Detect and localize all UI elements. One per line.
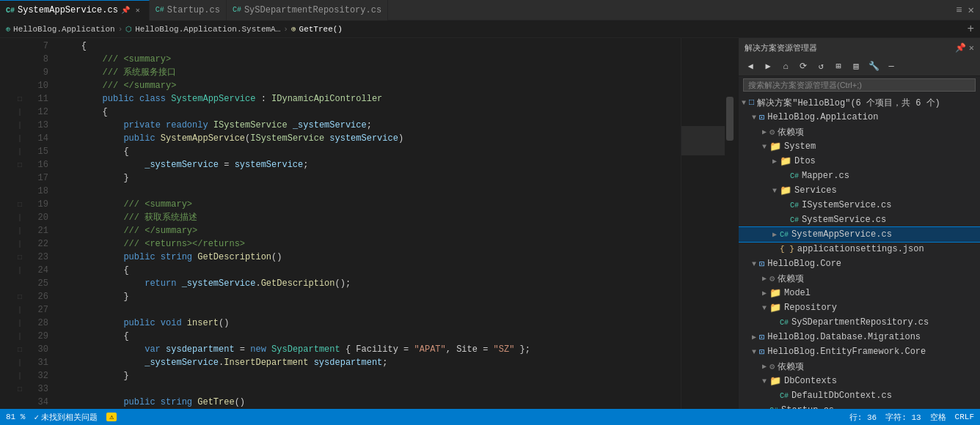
tab-cs-icon: C#	[6, 7, 15, 15]
tab-systemappservice[interactable]: C# SystemAppService.cs 📌 ✕	[0, 0, 150, 21]
tree-dbcontexts[interactable]: ▼ 📁 DbContexts	[739, 374, 980, 388]
hbef-label: HelloBlog.EntityFramework.Core	[767, 347, 926, 357]
systemservice-icon: C#	[790, 216, 799, 224]
se-home-btn[interactable]: ⌂	[778, 59, 793, 74]
tab-bar: C# SystemAppService.cs 📌 ✕ C# Startup.cs…	[0, 0, 980, 21]
fold-margin: □ | | | | □ □ | | | □ | □ | | | □ | | □ …	[15, 38, 25, 409]
bc-app-icon: ⊕	[6, 25, 10, 34]
tree-deps2[interactable]: ▶ ⚙ 依赖项	[739, 271, 980, 286]
se-refresh-btn[interactable]: ↺	[813, 59, 828, 74]
tab-startup[interactable]: C# Startup.cs	[150, 0, 227, 21]
tree-deps1[interactable]: ▶ ⚙ 依赖项	[739, 125, 980, 139]
bc-item2[interactable]: HelloBlog.Application.SystemA…	[135, 25, 280, 34]
se-search-input[interactable]	[743, 78, 976, 92]
status-errors[interactable]: ✓ 未找到相关问题	[34, 412, 98, 423]
repo-folder-label: Repository	[784, 303, 837, 313]
tree-repo-folder[interactable]: ▼ 📁 Repository	[739, 300, 980, 315]
breadcrumb: ⊕ HelloBlog.Application › ⬡ HelloBlog.Ap…	[0, 21, 980, 38]
tab-close-btn[interactable]: ✕	[133, 5, 143, 15]
tree-defaultdbcontext[interactable]: C# DefaultDbContext.cs	[739, 388, 980, 403]
se-nav-fwd[interactable]: ▶	[761, 59, 775, 74]
status-crlf[interactable]: CRLF	[955, 412, 974, 423]
col-text: 字符: 13	[885, 412, 921, 423]
tree-deps3[interactable]: ▶ ⚙ 依赖项	[739, 359, 980, 374]
se-pin-btn[interactable]: 📌	[955, 42, 966, 53]
se-title: 解决方案资源管理器	[745, 42, 817, 53]
dbcontexts-icon: 📁	[769, 376, 781, 387]
se-show-all-btn[interactable]: ▤	[849, 59, 863, 74]
tree-systemappservice[interactable]: ▶ C# SystemAppService.cs	[739, 227, 980, 242]
solution-icon: □	[749, 97, 754, 108]
editor-container: ⮞ □ | | | | □ □ | | | □ |	[0, 38, 735, 409]
tree-startup-ef[interactable]: C# Startup.cs	[739, 403, 980, 409]
isystemservice-icon: C#	[790, 202, 799, 210]
tab-sysdept[interactable]: C# SySDepartmentRepository.cs	[227, 0, 388, 21]
hbdb-label: HelloBlog.Database.Migrations	[767, 332, 921, 342]
main-area: ⮞ □ | | | | □ □ | | | □ |	[0, 38, 980, 409]
tab-startup-label: Startup.cs	[167, 5, 220, 15]
tree-system-folder[interactable]: ▼ 📁 System	[739, 139, 980, 154]
hbcore-icon: ⊡	[759, 259, 764, 270]
solution-label: 解决方案"HelloBlog"(6 个项目，共 6 个)	[757, 97, 940, 109]
status-space[interactable]: 空格	[930, 412, 946, 423]
tree-dtos[interactable]: ▶ 📁 Dtos	[739, 154, 980, 169]
code-area[interactable]: { /// <summary> /// 系统服务接口 /// </summary…	[54, 38, 681, 409]
se-sync-btn[interactable]: ⟳	[796, 59, 811, 74]
tree-systemservice[interactable]: C# SystemService.cs	[739, 212, 980, 227]
bc-item3[interactable]: GetTree()	[299, 25, 343, 34]
se-nav-back[interactable]: ◀	[743, 59, 758, 74]
bc-item1[interactable]: HelloBlog.Application	[13, 25, 115, 34]
editor-scrollbar[interactable]	[725, 38, 735, 409]
status-line[interactable]: 行: 36	[849, 412, 877, 423]
tab-pin-icon[interactable]: 📌	[121, 6, 130, 15]
se-toolbar: ◀ ▶ ⌂ ⟳ ↺ ⊞ ▤ 🔧 —	[739, 57, 980, 76]
hbcore-label: HelloBlog.Core	[767, 259, 841, 269]
tree-hbdb[interactable]: ▶ ⊡ HelloBlog.Database.Migrations	[739, 330, 980, 344]
tab-startup-icon: C#	[156, 6, 164, 14]
status-bar: 81 % ✓ 未找到相关问题 ⚠ 行: 36 字符: 13 空格 CRLF	[0, 409, 980, 425]
crlf-text: CRLF	[955, 413, 974, 421]
add-tab-btn[interactable]: +	[967, 23, 974, 36]
sysdept-label: SySDepartmentRepository.cs	[791, 317, 929, 328]
status-zoom[interactable]: 81 %	[6, 413, 25, 421]
hbdb-icon: ⊡	[759, 333, 764, 343]
solution-explorer: 解决方案资源管理器 📌 ✕ ◀ ▶ ⌂ ⟳ ↺ ⊞ ▤ 🔧 — ▼ □	[738, 38, 980, 409]
status-col[interactable]: 字符: 13	[885, 412, 921, 423]
deps3-icon: ⚙	[769, 362, 775, 372]
se-close-btn[interactable]: ✕	[969, 42, 974, 53]
mapper-icon: C#	[790, 172, 799, 180]
tree-hbapp[interactable]: ▼ ⊡ HelloBlog.Application	[739, 110, 980, 125]
tree-appsettings[interactable]: { } applicationsettings.json	[739, 242, 980, 256]
error-text: 未找到相关问题	[41, 412, 98, 423]
se-filter-btn[interactable]: 🔧	[866, 59, 881, 74]
tree-hbcore[interactable]: ▼ ⊡ HelloBlog.Core	[739, 256, 980, 271]
hbef-icon: ⊡	[759, 347, 764, 358]
tree-services-folder[interactable]: ▼ 📁 Services	[739, 183, 980, 198]
tree-hbef[interactable]: ▼ ⊡ HelloBlog.EntityFramework.Core	[739, 344, 980, 359]
tree-solution[interactable]: ▼ □ 解决方案"HelloBlog"(6 个项目，共 6 个)	[739, 95, 980, 110]
systemservice-label: SystemService.cs	[802, 215, 886, 225]
dbcontexts-label: DbContexts	[784, 376, 837, 386]
system-folder-icon: 📁	[769, 141, 781, 152]
tree-sysdept[interactable]: C# SySDepartmentRepository.cs	[739, 315, 980, 330]
scrollbar-thumb[interactable]	[726, 97, 734, 141]
space-text: 空格	[930, 412, 946, 423]
se-new-folder-btn[interactable]: ⊞	[831, 59, 846, 74]
hbapp-label: HelloBlog.Application	[767, 112, 878, 122]
deps2-label: 依赖项	[778, 273, 804, 285]
isystemservice-label: ISystemService.cs	[802, 200, 891, 210]
se-extra-btn[interactable]: —	[884, 59, 899, 74]
tab-close-panel-btn[interactable]: ✕	[967, 2, 976, 18]
tree-isystemservice[interactable]: C# ISystemService.cs	[739, 198, 980, 212]
check-icon: ✓	[34, 413, 39, 422]
bc-method-icon: ⊕	[291, 24, 296, 34]
line-numbers: 7 8 9 10 11 12 13 14 15 16 17 18 19 20 2…	[25, 38, 54, 409]
systemappservice-label: SystemAppService.cs	[791, 229, 892, 240]
error-indicator[interactable]: ⚠	[106, 413, 117, 421]
tree-mapper[interactable]: C# Mapper.cs	[739, 169, 980, 183]
deps3-label: 依赖项	[778, 361, 804, 373]
tab-list-btn[interactable]: ≡	[954, 3, 963, 18]
model-label: Model	[784, 288, 811, 298]
tree-model[interactable]: ▶ 📁 Model	[739, 286, 980, 300]
defaultdbcontext-label: DefaultDbContext.cs	[791, 391, 892, 401]
